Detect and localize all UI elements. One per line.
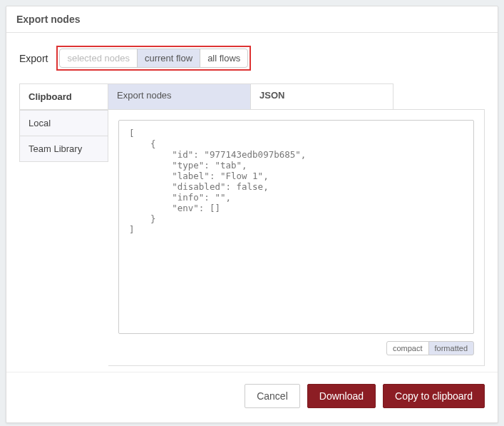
format-row: compact formatted (118, 341, 474, 355)
tab-export-nodes[interactable]: Export nodes (108, 83, 251, 110)
tab-json[interactable]: JSON (251, 83, 394, 110)
download-button[interactable]: Download (307, 384, 376, 408)
copy-to-clipboard-button[interactable]: Copy to clipboard (383, 384, 485, 408)
cancel-button[interactable]: Cancel (245, 384, 300, 408)
export-scope-row: Export selected nodes current flow all f… (19, 46, 485, 71)
content-area: Local Team Library [ { "id": "977143edb0… (19, 110, 485, 366)
sidebar-tab-clipboard[interactable]: Clipboard (19, 83, 108, 110)
sidebar-tab-team-library[interactable]: Team Library (19, 136, 108, 162)
format-compact-button[interactable]: compact (386, 341, 429, 355)
json-output[interactable]: [ { "id": "977143edb097b685", "type": "t… (118, 120, 474, 334)
export-scope-group: selected nodes current flow all flows (59, 49, 248, 68)
dialog-footer: Cancel Download Copy to clipboard (6, 372, 498, 422)
export-dialog: Export nodes Export selected nodes curre… (6, 6, 498, 423)
dialog-body: Export selected nodes current flow all f… (6, 33, 498, 372)
export-all-flows-button[interactable]: all flows (200, 49, 248, 68)
tabs-spacer (394, 83, 485, 110)
main-panel: [ { "id": "977143edb097b685", "type": "t… (108, 110, 485, 366)
export-current-flow-button[interactable]: current flow (137, 49, 200, 68)
tabs-row: Clipboard Export nodes JSON (19, 83, 485, 110)
format-group: compact formatted (386, 341, 474, 355)
format-formatted-button[interactable]: formatted (428, 341, 474, 355)
export-options-highlight: selected nodes current flow all flows (56, 46, 251, 71)
sidebar-tab-local[interactable]: Local (19, 110, 108, 136)
export-selected-nodes-button[interactable]: selected nodes (59, 49, 137, 68)
sidebar: Local Team Library (19, 110, 108, 366)
dialog-title: Export nodes (6, 6, 498, 33)
export-label: Export (19, 53, 48, 64)
